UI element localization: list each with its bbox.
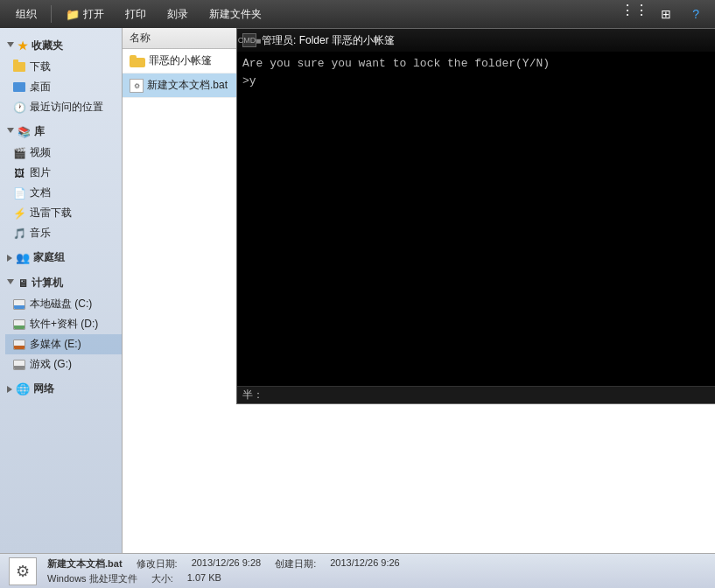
favorites-label: 收藏夹 <box>32 38 63 53</box>
cmd-window: CMD ■ 管理员: Folder 罪恶的小帐篷 ▁ □ ✕ Are you s… <box>236 28 715 404</box>
sidebar-item-document[interactable]: 📄 文档 <box>5 183 122 203</box>
desktop-icon <box>12 80 26 94</box>
sidebar: ★ 收藏夹 下载 桌面 <box>0 28 123 553</box>
cmd-statusbar: 半： <box>237 386 715 403</box>
network-icon: 🌐 <box>16 382 30 396</box>
bottom-size-value: 1.07 KB <box>187 572 221 585</box>
toolbar-more-icon[interactable]: ⋮⋮ <box>620 2 648 26</box>
homegroup-group[interactable]: 👥 家庭组 <box>0 247 122 269</box>
homegroup-section: 👥 家庭组 <box>0 247 122 269</box>
bottom-modify-value: 2013/12/26 9:28 <box>192 557 262 570</box>
computer-icon: 🖥 <box>18 277 28 290</box>
sidebar-item-video[interactable]: 🎬 视频 <box>5 143 122 163</box>
help-button[interactable]: ? <box>683 2 708 26</box>
music-label: 音乐 <box>30 226 51 241</box>
game-g-icon <box>12 358 26 372</box>
open-button[interactable]: 📁 打开 <box>57 2 113 26</box>
computer-items: 本地磁盘 (C:) 软件+资料 (D:) <box>0 294 122 374</box>
music-icon: 🎵 <box>12 227 26 241</box>
software-d-label: 软件+资料 (D:) <box>30 317 98 332</box>
bottom-type-label: Windows 批处理文件 <box>47 572 137 585</box>
toolbar: 组织 📁 打开 打印 刻录 新建文件夹 ⋮⋮ ⊞ ? <box>0 0 715 28</box>
sidebar-item-game-g[interactable]: 游戏 (G:) <box>5 354 122 374</box>
local-c-icon <box>12 298 26 312</box>
library-chevron <box>7 128 14 136</box>
bottom-info: 新建文本文档.bat 修改日期: 2013/12/26 9:28 创建日期: 2… <box>47 557 400 585</box>
cmd-content: Are you sure you want to lock the folder… <box>237 52 715 386</box>
bottom-file-icon: ⚙ <box>9 557 37 585</box>
bottom-create-label: 创建日期: <box>275 557 316 570</box>
computer-group[interactable]: 🖥 计算机 <box>0 272 122 294</box>
organize-button[interactable]: 组织 <box>7 2 46 26</box>
cmd-status-text: 半： <box>242 388 263 402</box>
bottom-modify-label: 修改日期: <box>137 557 178 570</box>
cmd-line-1: Are you sure you want to lock the folder… <box>242 55 715 73</box>
content-area: 名称 修改日期 类型 大小 罪恶的小帐篷 2013/12/26 9:29 文件夹… <box>123 28 715 553</box>
software-d-icon <box>12 318 26 332</box>
folder-icon <box>130 55 145 67</box>
library-label: 库 <box>34 124 45 139</box>
thunder-label: 迅雷下载 <box>30 206 72 220</box>
homegroup-chevron <box>7 255 12 262</box>
homegroup-icon: 👥 <box>16 251 30 264</box>
video-label: 视频 <box>30 145 51 160</box>
cmd-line-2: >y <box>242 73 715 90</box>
sidebar-item-desktop[interactable]: 桌面 <box>5 77 122 97</box>
bottom-size-label: 大小: <box>151 572 173 585</box>
network-label: 网络 <box>33 382 54 396</box>
downloads-icon <box>12 60 26 74</box>
multimedia-e-icon <box>12 338 26 352</box>
sidebar-item-software-d[interactable]: 软件+资料 (D:) <box>5 314 122 334</box>
picture-icon: 🖼 <box>12 166 26 180</box>
bottom-info-row-2: Windows 批处理文件 大小: 1.07 KB <box>47 572 400 585</box>
multimedia-e-label: 多媒体 (E:) <box>30 337 81 352</box>
sidebar-item-multimedia-e[interactable]: 多媒体 (E:) <box>5 334 122 354</box>
cmd-title-icon: CMD ■ <box>242 33 256 47</box>
open-icon: 📁 <box>66 8 80 21</box>
sidebar-item-music[interactable]: 🎵 音乐 <box>5 223 122 243</box>
computer-section: 🖥 计算机 本地磁盘 (C:) <box>0 272 122 374</box>
network-section: 🌐 网络 <box>0 378 122 400</box>
bottom-bar: ⚙ 新建文本文档.bat 修改日期: 2013/12/26 9:28 创建日期:… <box>0 553 715 588</box>
network-group[interactable]: 🌐 网络 <box>0 378 122 400</box>
video-icon: 🎬 <box>12 146 26 160</box>
picture-label: 图片 <box>30 165 51 180</box>
new-folder-button[interactable]: 新建文件夹 <box>200 2 270 26</box>
cmd-titlebar[interactable]: CMD ■ 管理员: Folder 罪恶的小帐篷 ▁ □ ✕ <box>237 29 715 52</box>
favorites-section: ★ 收藏夹 下载 桌面 <box>0 35 122 117</box>
local-c-label: 本地磁盘 (C:) <box>30 297 92 312</box>
homegroup-label: 家庭组 <box>33 250 65 265</box>
library-items: 🎬 视频 🖼 图片 📄 文档 ⚡ 迅雷下载 🎵 音乐 <box>0 143 122 243</box>
bat-file-icon: ⚙ <box>130 79 144 93</box>
sidebar-item-picture[interactable]: 🖼 图片 <box>5 163 122 183</box>
recent-label: 最近访问的位置 <box>30 100 103 115</box>
favorites-star-icon: ★ <box>18 39 28 52</box>
network-chevron <box>7 386 12 393</box>
thunder-icon: ⚡ <box>12 206 26 220</box>
cmd-body: Are you sure you want to lock the folder… <box>237 52 715 386</box>
bottom-info-row-1: 新建文本文档.bat 修改日期: 2013/12/26 9:28 创建日期: 2… <box>47 557 400 570</box>
favorites-chevron <box>7 42 14 51</box>
toolbar-sep-1 <box>51 5 52 23</box>
downloads-label: 下载 <box>30 60 51 74</box>
sidebar-item-downloads[interactable]: 下载 <box>5 57 122 77</box>
view-toggle-button[interactable]: ⊞ <box>652 2 680 26</box>
favorites-group[interactable]: ★ 收藏夹 <box>0 35 122 57</box>
main-container: ★ 收藏夹 下载 桌面 <box>0 28 715 553</box>
cmd-title-text: 管理员: Folder 罪恶的小帐篷 <box>262 33 715 48</box>
library-icon: 📚 <box>18 126 31 138</box>
recent-icon: 🕐 <box>12 101 26 115</box>
burn-button[interactable]: 刻录 <box>158 2 197 26</box>
sidebar-item-local-c[interactable]: 本地磁盘 (C:) <box>5 294 122 314</box>
library-group[interactable]: 📚 库 <box>0 121 122 143</box>
computer-chevron <box>7 279 14 288</box>
sidebar-item-thunder[interactable]: ⚡ 迅雷下载 <box>5 203 122 223</box>
print-button[interactable]: 打印 <box>116 2 155 26</box>
desktop-label: 桌面 <box>30 80 51 94</box>
document-icon: 📄 <box>12 186 26 200</box>
game-g-label: 游戏 (G:) <box>30 357 72 372</box>
bottom-filename: 新建文本文档.bat <box>47 557 123 570</box>
sidebar-item-recent[interactable]: 🕐 最近访问的位置 <box>5 97 122 117</box>
document-label: 文档 <box>30 186 51 200</box>
library-section: 📚 库 🎬 视频 🖼 图片 📄 文档 ⚡ 迅雷下载 <box>0 121 122 243</box>
